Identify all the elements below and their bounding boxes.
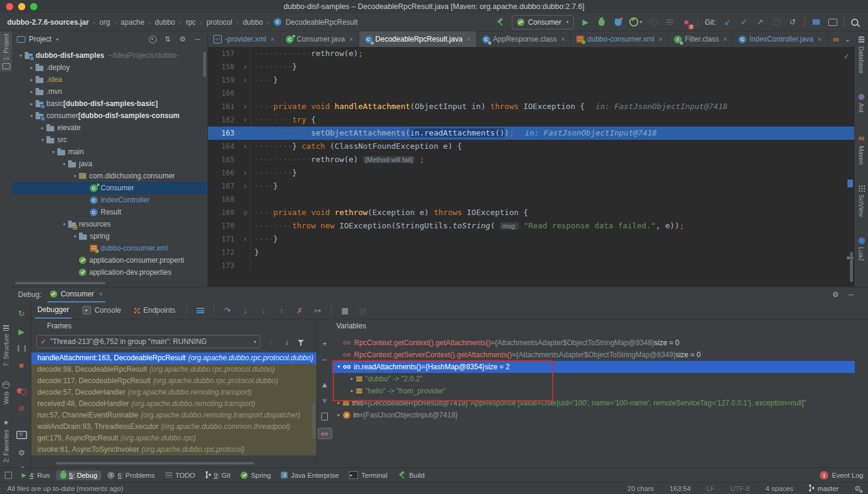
git-push-button[interactable]: ↗ [755, 17, 765, 28]
close-icon[interactable]: × [723, 36, 727, 43]
frame-row[interactable]: decode:57, DecodeHandler(org.apache.dubb… [31, 387, 316, 398]
settings-menu-button[interactable] [195, 308, 205, 313]
stop-process-button[interactable]: ■ [17, 361, 27, 370]
tool-window-button-spring[interactable]: Spring [236, 471, 275, 480]
search-everywhere-button[interactable] [851, 17, 861, 28]
status-item-utf-8[interactable]: UTF-8 [730, 485, 750, 492]
tree-item-elevate[interactable]: ▸elevate [12, 122, 207, 134]
code-line-161[interactable]: 161∨····private void handleAttachment(Ob… [208, 100, 855, 113]
code-line-173[interactable]: 173 [208, 259, 855, 272]
variable-row[interactable]: ▸this = {DecodeableRpcResult@7419} "AppR… [332, 397, 868, 409]
project-vscrollbar[interactable] [203, 52, 206, 77]
chevron-right-icon[interactable]: ▸ [28, 101, 36, 107]
duplicate-watch-button[interactable] [320, 413, 330, 421]
close-icon[interactable]: × [659, 36, 662, 43]
chevron-down-icon[interactable]: ▾ [39, 137, 46, 143]
tree-item-result[interactable]: CResult [12, 206, 207, 218]
drop-frame-button[interactable]: ✗ [295, 306, 304, 315]
breadcrumb-item[interactable]: rpc [186, 18, 196, 27]
project-options-button[interactable]: ⚙ [178, 34, 187, 45]
tool-strip-button-2-favorites[interactable]: ★2: Favorites [2, 416, 10, 465]
tool-strip-button-1-project[interactable]: 1: Project [0, 31, 12, 72]
chevron-right-icon[interactable]: ▸ [28, 77, 36, 83]
breadcrumb-item[interactable]: protocol [207, 18, 233, 27]
stop-button[interactable]: ■2 [681, 17, 691, 28]
tree-item-indexcontroller[interactable]: CIndexController [12, 194, 207, 206]
event-log-button[interactable]: 1 Event Log [820, 471, 863, 480]
force-step-into-button[interactable]: ↓ [259, 306, 268, 315]
run-config-select[interactable]: Consumer▾ [512, 15, 574, 30]
code-line-164[interactable]: 164∧········} catch (ClassNotFoundExcept… [208, 140, 855, 153]
editor-tab[interactable]: CAppResponse.class× [477, 31, 571, 47]
tool-window-switcher-icon[interactable] [5, 472, 12, 479]
thread-dump-button[interactable] [16, 431, 27, 439]
frame-row[interactable]: decode:117, DecodeableRpcResult(org.apac… [31, 375, 316, 387]
project-hscrollbar[interactable] [15, 282, 105, 284]
tool-strip-button-luaj[interactable]: LuaJ [858, 235, 865, 263]
breadcrumb-item[interactable]: dubbo [243, 18, 263, 27]
frames-hscrollbar[interactable] [55, 462, 254, 464]
tree-item--idea[interactable]: ▸.idea [12, 73, 207, 86]
frame-row[interactable]: decode:98, DecodeableRpcResult(org.apach… [31, 364, 316, 375]
tool-window-button-5-debug[interactable]: 5: Debug [56, 471, 102, 480]
chevron-down-icon[interactable]: ▾ [60, 161, 68, 167]
editor-tab[interactable]: </>-provider.xml× [208, 31, 280, 47]
next-frame-icon[interactable]: ↓ [282, 337, 292, 346]
traffic-lights[interactable] [6, 3, 37, 10]
breadcrumb-item[interactable]: apache [121, 18, 144, 27]
tool-window-button-todo[interactable]: TODO [161, 471, 200, 480]
locate-file-button[interactable] [148, 34, 157, 45]
run-button[interactable]: ▶ [580, 17, 590, 28]
chevron-down-icon[interactable]: ▾ [60, 222, 68, 227]
tree-item-main[interactable]: ▾main [12, 146, 207, 158]
hide-panel-button[interactable]: ─ [193, 34, 203, 45]
inspection-ok-icon[interactable]: ✓ [843, 52, 850, 61]
tree-item--mvn[interactable]: ▸.mvn [12, 86, 207, 98]
editor-tab[interactable]: IFilter.class× [668, 31, 733, 47]
tool-window-button-6-problems[interactable]: !6: Problems [103, 471, 159, 480]
tree-item-spring[interactable]: ▾spring [12, 230, 207, 242]
git-update-button[interactable]: ↙ [723, 17, 732, 28]
code-line-163[interactable]: 163············setObjectAttachments(in.r… [208, 127, 855, 140]
debug-settings-button[interactable]: ⚙ [17, 448, 27, 457]
hide-frames-filter-icon[interactable] [298, 340, 304, 343]
tab-console[interactable]: ▸Console [80, 302, 124, 318]
close-icon[interactable]: × [271, 36, 274, 43]
frame-row[interactable]: handleAttachment:163, DecodeableRpcResul… [31, 352, 316, 364]
tool-window-button-java-enterprise[interactable]: JJava Enterprise [277, 471, 343, 480]
code-line-157[interactable]: 157············rethrow(e); [208, 47, 855, 60]
thread-selector[interactable]: ✓ "Thread-213"@6,752 in group "main": RU… [36, 335, 260, 348]
step-out-button[interactable]: ↑ [277, 306, 286, 315]
add-watch-button[interactable]: + [320, 339, 330, 348]
code-line-160[interactable]: 160 [208, 87, 855, 100]
expand-collapse-button[interactable]: ⇅ [163, 34, 172, 45]
chevron-right-icon[interactable]: ▸ [348, 373, 356, 385]
variable-row[interactable]: ▸"hello" -> "from_provider" [332, 385, 868, 397]
tree-item-dubbo-disf-samples[interactable]: ▾dubbo-disf-samples~/IdeaProjects/dubbo- [12, 49, 207, 61]
chevron-right-icon[interactable]: ▸ [335, 409, 343, 421]
code-line-171[interactable]: 171∧····} [208, 233, 855, 246]
profiler-button[interactable]: ▾ [629, 17, 642, 28]
tabs-overflow-chevron-icon[interactable]: ⌄ [840, 31, 855, 46]
close-window-button[interactable] [6, 3, 13, 10]
tree-item-application-dev-properties[interactable]: application-dev.properties [12, 266, 207, 278]
show-watches-button[interactable]: oo [318, 428, 332, 439]
editor-vscrollbar[interactable] [850, 252, 853, 282]
tree-item-java[interactable]: ▾java [12, 158, 207, 170]
chevron-right-icon[interactable]: ▸ [28, 89, 36, 95]
code-line-158[interactable]: 158∧········} [208, 60, 855, 73]
tool-window-button-terminal[interactable]: ▸Terminal [345, 470, 391, 480]
breadcrumb-item[interactable]: DecodeableRpcResult [286, 18, 357, 27]
remove-watch-button[interactable]: − [320, 355, 330, 364]
close-icon[interactable]: × [817, 36, 821, 43]
tool-window-button-9-git[interactable]: 9: Git [201, 470, 235, 480]
breadcrumb-item[interactable]: dubbo-2.7.6-sources.jar [7, 18, 89, 27]
variable-row[interactable]: ▸pin = {FastJsonObjectInput@7418} [332, 409, 868, 421]
preview-window-button[interactable] [828, 17, 837, 28]
chevron-down-icon[interactable]: ▾ [71, 174, 79, 179]
git-commit-button[interactable]: ✓ [739, 17, 749, 28]
tool-strip-button-sciview[interactable]: SciView [858, 183, 865, 219]
evaluate-expression-button[interactable]: ▦ [340, 306, 350, 315]
chevron-down-icon[interactable]: ▾ [56, 37, 58, 42]
resume-program-button[interactable]: ▶ [17, 327, 27, 336]
